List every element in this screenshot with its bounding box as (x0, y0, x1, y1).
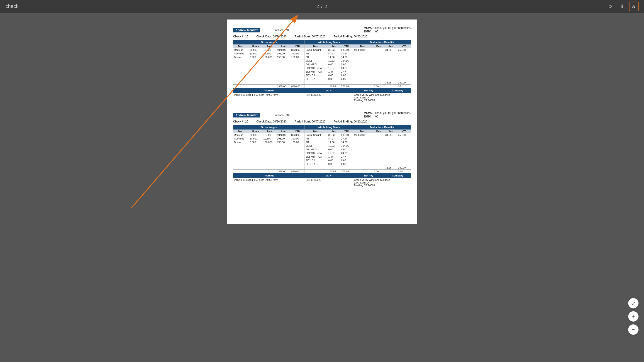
table-row: SIT - CA0.000.00 (233, 158, 411, 162)
col-amt-d1: Amt (384, 44, 397, 48)
company-footer-2: Company (384, 173, 411, 178)
col-desc-d1: Desc (353, 44, 373, 48)
col-ytd-g1: YTD (290, 44, 305, 48)
footer-data-2: PTO: 0.00 used | 4.50 accr | 40.62 remn … (233, 178, 411, 187)
zoom-out-button[interactable]: − (628, 324, 638, 335)
topbar: check 2 / 2 ↺ ⬇ 🖨 (0, 0, 644, 13)
check-section-2: Andrew Mendez xxx-xx-6789 MEMO: Thank yo… (233, 111, 411, 187)
totals-row-1: 1385.008860.00 140.55776.68 0.000.5 (233, 84, 411, 88)
table-row: Overtime10.00019.500195.00390.00 FIT8.79… (233, 137, 411, 140)
table-row: MEDI19.63124.86 (233, 144, 411, 148)
ssn-2: xxx-xx-6789 (265, 114, 290, 117)
document: Andrew Mendez xxx-xx-6789 MEMO: Thank yo… (227, 20, 417, 224)
refresh-button[interactable]: ↺ (606, 2, 615, 11)
check-num-label-2: Check #: 25 (233, 120, 248, 123)
table-row: SIT - CA0.000.00 (233, 77, 411, 81)
accruals-footer-1: Accruals (233, 88, 304, 93)
footer-data-1: PTO: 0.00 used | 4.50 accr | 40.62 remn … (233, 93, 411, 102)
ssn-1: xxx-xx-6789 (265, 28, 290, 32)
topbar-actions: ↺ ⬇ 🖨 (606, 2, 638, 11)
download-button[interactable]: ⬇ (617, 2, 627, 11)
col-desc-g1: Desc (233, 44, 249, 48)
withholding-header-2: Withholding Taxes (304, 125, 353, 130)
company-value-1: Green Valley Wine and Sundries1277 Dana … (353, 93, 411, 102)
pay-table-2: Gross Wages Withholding Taxes Deductions… (233, 125, 411, 187)
col-amt-w1: Amt (328, 44, 340, 48)
page-indicator: 2 / 2 (316, 4, 328, 9)
col-rate-g1: Rate (262, 44, 276, 48)
emp-row-1: EMP#: 400 (364, 30, 411, 33)
emp-row-2: EMP#: 400 (364, 115, 411, 118)
net-pay-footer-1: Net Pay (353, 88, 384, 93)
check-header-left-1: Andrew Mendez xxx-xx-6789 (233, 26, 290, 34)
print-icon: 🖨 (632, 4, 636, 9)
zoom-in-button[interactable]: + (628, 311, 638, 322)
fullscreen-button[interactable]: ⤢ (628, 298, 638, 308)
memo-row-2: MEMO: Thank you for your hard work. (364, 111, 411, 114)
check-info-2: Check #: 25 Check Date: 06/26/2020 Perio… (233, 120, 411, 123)
col-hours-g1: Hours (249, 44, 262, 48)
period-end-1: Period Ending: 06/20/2020 (334, 35, 367, 38)
employee-name-1: Andrew Mendez (233, 28, 260, 32)
col-ytd-d1: YTD (397, 44, 411, 48)
accruals-value-1: PTO: 0.00 used | 4.50 accr | 40.62 remn (233, 93, 304, 102)
gross-wages-header: Gross Wages (233, 40, 304, 44)
zoom-in-icon: + (632, 314, 635, 319)
check-header-2: Andrew Mendez xxx-xx-6789 MEMO: Thank yo… (233, 111, 411, 119)
footer-row-2: Accruals ACH Net Pay Company (233, 173, 411, 178)
fullscreen-icon: ⤢ (631, 300, 636, 306)
check-header-left-2: Andrew Mendez xxx-xx-6789 (233, 111, 290, 119)
memo-row-1: MEMO: Thank you for your hard work. (364, 26, 411, 30)
check-section-1: Andrew Mendez xxx-xx-6789 MEMO: Thank yo… (233, 26, 411, 102)
col-amt-g1: Amt (276, 44, 290, 48)
ach-footer-1: ACH (304, 88, 353, 93)
company-value-2: Green Valley Wine and Sundries1277 Dana … (353, 178, 411, 187)
period-end-2: Period Ending: 06/20/2020 (334, 120, 367, 123)
accruals-footer-2: Accruals (233, 173, 304, 178)
check-info-1: Check #: 25 Check Date: 06/26/2020 Perio… (233, 35, 411, 38)
table-row: Regular80.00013.0001040.008320.00 Social… (233, 48, 411, 52)
table-row: Overtime10.00019.500195.00390.00 FIT8.79… (233, 52, 411, 55)
col-ben-d1: Ben (373, 44, 384, 48)
company-footer-1: Company (384, 88, 411, 93)
table-row: Add MEDI0.000.00 (233, 148, 411, 151)
pay-table-1: Gross Wages Withholding Taxes Deductions… (233, 40, 411, 102)
ach-footer-2: ACH (304, 173, 353, 178)
footer-row-1: Accruals ACH Net Pay Company (233, 88, 411, 93)
ach-value-2: Net: $1213.20 (304, 178, 353, 187)
table-row: SDI WTH - CA12.0784.65 (233, 66, 411, 70)
col-desc-w1: Desc (304, 44, 328, 48)
memo-block-1: MEMO: Thank you for your hard work. EMP#… (364, 26, 411, 34)
employee-name-2: Andrew Mendez (233, 113, 260, 118)
main-content: Andrew Mendez xxx-xx-6789 MEMO: Thank yo… (0, 13, 644, 362)
table-row: Add MEDI0.000.00 (233, 62, 411, 66)
ach-value-1: Net: $1213.20 (304, 93, 353, 102)
deductions-header: Deductions/Benefits (353, 40, 411, 44)
refresh-icon: ↺ (608, 4, 612, 9)
net-pay-footer-2: Net Pay (353, 173, 384, 178)
totals-row-2: 1385.008860.00 140.55776.68 0.000.00 (233, 170, 411, 174)
table-row: SDI WTH - CA1.471.47 (233, 70, 411, 74)
table-row: Regular80.00013.0001040.008320.00 Social… (233, 133, 411, 137)
side-buttons: ⤢ + − (628, 298, 638, 335)
print-button[interactable]: 🖨 (629, 2, 638, 11)
check-num-label-1: Check #: 25 (233, 35, 248, 38)
deductions-header-2: Deductions/Benefits (353, 125, 411, 130)
table-row: SDI WTH - CA1.471.47 (233, 155, 411, 158)
check-date-1: Check Date: 06/26/2020 (256, 35, 287, 38)
gross-wages-header-2: Gross Wages (233, 125, 304, 130)
period-start-2: Period Start: 06/07/2020 (294, 120, 325, 123)
table-row: SDI WTH - CA12.0784.65 (233, 151, 411, 155)
table-row: 31.25250.00 (233, 81, 411, 84)
accruals-value-2: PTO: 0.00 used | 4.50 accr | 40.62 remn (233, 178, 304, 187)
zoom-out-icon: − (632, 326, 635, 332)
check-header-1: Andrew Mendez xxx-xx-6789 MEMO: Thank yo… (233, 26, 411, 34)
app-title: check (6, 4, 18, 9)
check-date-2: Check Date: 06/26/2020 (256, 120, 287, 123)
table-row: MEDI19.63124.86 (233, 59, 411, 62)
withholding-header: Withholding Taxes (304, 40, 353, 44)
table-row: Bonus0.000150.000150.00150.00 FIT14.6614… (233, 140, 411, 144)
table-row: 31.25250.00 (233, 166, 411, 170)
col-ytd-w1: YTD (340, 44, 353, 48)
period-start-1: Period Start: 06/07/2020 (294, 35, 325, 38)
